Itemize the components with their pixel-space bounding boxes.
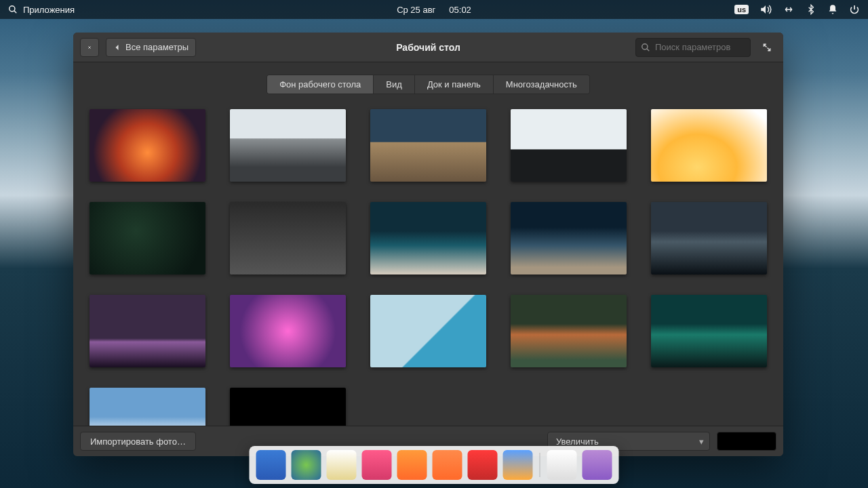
dock-item-tasks[interactable] [362, 450, 392, 480]
back-all-settings-button[interactable]: Все параметры [106, 38, 196, 57]
settings-window: Все параметры Рабочий стол Фон рабочего … [73, 33, 783, 456]
search-input[interactable] [635, 38, 751, 57]
wallpaper-thumb[interactable] [370, 295, 486, 367]
network-indicator[interactable] [783, 3, 795, 16]
maximize-button[interactable] [757, 38, 776, 57]
bell-icon [827, 4, 838, 15]
bluetooth-icon [806, 4, 816, 15]
tab-appearance[interactable]: Вид [374, 75, 415, 94]
applications-menu[interactable]: Приложения [8, 5, 75, 15]
dock-item-appcenter[interactable] [583, 450, 612, 480]
tab-row: Фон рабочего стола Вид Док и панель Мног… [73, 62, 783, 101]
titlebar: Все параметры Рабочий стол [73, 33, 783, 62]
network-icon [783, 3, 795, 16]
background-color-swatch[interactable] [717, 432, 776, 451]
wallpaper-thumb[interactable] [230, 109, 346, 182]
wallpaper-thumb[interactable] [230, 295, 346, 367]
volume-indicator[interactable] [760, 3, 772, 16]
dock [250, 446, 619, 484]
search-field-wrap [635, 38, 751, 57]
tab-dock-panel[interactable]: Док и панель [415, 75, 494, 94]
scale-selected-label: Увеличить [556, 436, 599, 447]
wallpaper-thumb[interactable] [230, 388, 346, 426]
dock-item-calendar[interactable] [397, 450, 427, 480]
clock-area[interactable]: Ср 25 авг 05:02 [397, 5, 471, 15]
wallpaper-thumb[interactable] [90, 109, 205, 182]
back-label: Все параметры [125, 42, 189, 52]
wallpaper-scroll-area[interactable] [73, 101, 783, 426]
volume-icon [760, 3, 772, 16]
view-tabs: Фон рабочего стола Вид Док и панель Мног… [267, 75, 590, 94]
bluetooth-indicator[interactable] [806, 4, 816, 15]
search-icon [8, 5, 18, 14]
tab-multitasking[interactable]: Многозадачность [494, 75, 589, 94]
dock-separator [540, 453, 540, 477]
close-icon [87, 43, 92, 52]
panel-date: Ср 25 авг [397, 5, 435, 15]
wallpaper-thumb[interactable] [511, 295, 627, 367]
wallpaper-thumb[interactable] [651, 295, 767, 367]
notifications-indicator[interactable] [827, 4, 838, 15]
close-button[interactable] [80, 38, 99, 57]
power-icon [849, 4, 860, 15]
dock-item-photos[interactable] [503, 450, 533, 480]
window-title: Рабочий стол [396, 42, 460, 53]
svg-line-1 [14, 11, 17, 14]
wallpaper-thumb[interactable] [90, 295, 205, 367]
dock-item-settings[interactable] [547, 450, 577, 480]
dock-item-browser[interactable] [292, 450, 321, 480]
panel-time: 05:02 [449, 5, 471, 15]
wallpaper-thumb[interactable] [90, 388, 205, 426]
wallpaper-thumb[interactable] [511, 202, 627, 274]
arrow-left-icon [113, 43, 121, 52]
dock-item-videos[interactable] [468, 450, 498, 480]
import-photo-button[interactable]: Импортировать фото… [80, 432, 196, 451]
wallpaper-grid [90, 109, 767, 426]
wallpaper-thumb[interactable] [370, 202, 486, 274]
maximize-icon [762, 43, 772, 52]
dock-item-multitasking[interactable] [256, 450, 286, 480]
wallpaper-thumb[interactable] [90, 202, 205, 274]
dock-item-mail[interactable] [327, 450, 357, 480]
dock-item-music[interactable] [433, 450, 462, 480]
wallpaper-thumb[interactable] [370, 109, 486, 182]
top-panel: Приложения Ср 25 авг 05:02 us [0, 0, 868, 19]
wallpaper-thumb[interactable] [651, 202, 767, 274]
wallpaper-thumb[interactable] [511, 109, 627, 182]
applications-label: Приложения [23, 5, 75, 15]
session-indicator[interactable] [849, 4, 860, 15]
svg-point-0 [9, 6, 15, 12]
tab-wallpaper[interactable]: Фон рабочего стола [267, 75, 374, 94]
keyboard-indicator[interactable]: us [734, 5, 749, 14]
wallpaper-thumb[interactable] [651, 109, 767, 182]
wallpaper-thumb[interactable] [230, 202, 346, 274]
